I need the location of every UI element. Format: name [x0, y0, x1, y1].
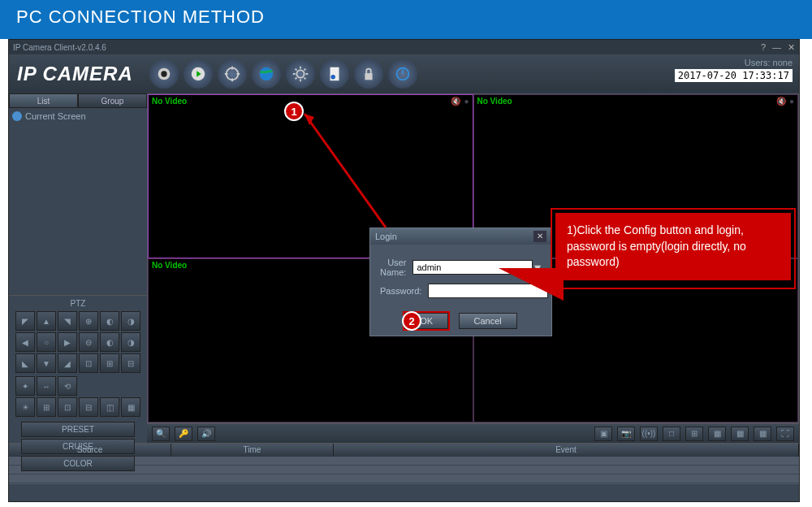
sidebar-tabs: List Group — [9, 93, 147, 108]
aux-8[interactable]: ◫ — [100, 397, 119, 417]
device-tree: Current Screen — [9, 108, 147, 295]
header-status: Users: none 2017-07-20 17:33:17 — [675, 58, 793, 82]
ptz-extra2[interactable]: ⊞ — [100, 353, 119, 373]
window-controls: ? — ✕ — [761, 42, 795, 53]
aux-5[interactable]: ⊞ — [37, 397, 56, 417]
aux-3[interactable]: ⟲ — [58, 376, 77, 396]
ptz-upright[interactable]: ◥ — [58, 311, 77, 331]
ptz-title: PTZ — [12, 299, 144, 308]
globe-icon[interactable] — [252, 59, 281, 89]
ptz-focus-out[interactable]: ◐ — [100, 332, 119, 352]
timeline-header: Source Time Event — [9, 444, 799, 457]
layout-more-button[interactable]: ▦ — [754, 427, 771, 441]
config-icon[interactable] — [286, 59, 315, 89]
svg-rect-8 — [365, 73, 372, 80]
ptz-extra1[interactable]: ⊡ — [79, 353, 98, 373]
ptz-zoom-out[interactable]: ⊖ — [79, 332, 98, 352]
ptz-extra3[interactable]: ⊟ — [121, 353, 140, 373]
minimize-button[interactable]: — — [772, 42, 781, 53]
svg-point-4 — [260, 67, 274, 81]
ptz-focus-in[interactable]: ◐ — [100, 311, 119, 331]
svg-point-1 — [161, 71, 166, 76]
svg-rect-6 — [330, 67, 339, 81]
help-button[interactable]: ? — [761, 42, 766, 53]
window-titlebar: IP Camera Client-v2.0.4.6 ? — ✕ — [9, 40, 799, 54]
username-label: User Name: — [380, 258, 412, 277]
key-button[interactable]: 🔑 — [175, 427, 192, 441]
timestamp: 2017-07-20 17:33:17 — [675, 69, 793, 82]
mute-icon[interactable]: 🔇 — [776, 97, 786, 106]
instruction-callout: 1)Click the Config button and login, pas… — [555, 213, 791, 280]
tree-item-label: Current Screen — [25, 111, 86, 121]
svg-point-5 — [296, 70, 304, 77]
play-icon[interactable] — [184, 59, 213, 89]
ptz-center[interactable]: ○ — [37, 332, 56, 352]
password-label: Password: — [380, 286, 428, 296]
ptz-up[interactable]: ▲ — [37, 311, 56, 331]
no-video-label: No Video — [152, 261, 187, 270]
annotation-badge-2: 2 — [402, 311, 421, 331]
fullscreen-button[interactable]: ⛶ — [776, 427, 794, 441]
aux-6[interactable]: ⊡ — [58, 397, 77, 417]
instruction-banner: PC CONNECTION METHOD — [0, 0, 812, 39]
close-button[interactable]: ✕ — [788, 42, 795, 53]
camera-icon[interactable] — [149, 59, 179, 89]
ptz-dpad: ◤ ▲ ◥ ⊕ ◐ ◑ ◀ ○ ▶ ⊖ ◐ ◑ ◣ ▼ ◢ ⊡ ⊞ — [12, 311, 144, 373]
window-title: IP Camera Client-v2.0.4.6 — [13, 43, 106, 52]
aux-4[interactable]: ☀ — [15, 397, 35, 417]
screen-icon — [12, 111, 22, 121]
ptz-zoom-in[interactable]: ⊕ — [79, 311, 98, 331]
color-button[interactable]: COLOR — [21, 456, 135, 471]
preset-button[interactable]: PRESET — [21, 422, 135, 437]
rec-icon[interactable]: ● — [789, 97, 794, 106]
login-close-button[interactable]: ✕ — [533, 231, 546, 242]
sidebar: List Group Current Screen PTZ ◤ ▲ ◥ ⊕ ◐ … — [9, 93, 147, 443]
banner-title: PC CONNECTION METHOD — [16, 6, 265, 27]
power-icon[interactable] — [388, 59, 417, 89]
tree-item-current[interactable]: Current Screen — [12, 111, 144, 121]
users-label: Users: none — [675, 58, 793, 67]
col-source: Source — [9, 444, 171, 457]
ptz-iris-out[interactable]: ◑ — [121, 332, 140, 352]
toolbar — [149, 59, 417, 89]
record-button[interactable]: 📷 — [617, 427, 635, 441]
layout-1-button[interactable]: □ — [663, 427, 680, 441]
tab-list[interactable]: List — [9, 93, 78, 108]
callout-text: 1)Click the Config button and login, pas… — [567, 223, 746, 268]
mute-icon[interactable]: 🔇 — [451, 97, 460, 106]
layout-4-button[interactable]: ⊞ — [685, 427, 703, 441]
tab-group[interactable]: Group — [78, 93, 147, 108]
ptz-left[interactable]: ◀ — [15, 332, 35, 352]
ptz-iris-in[interactable]: ◑ — [121, 311, 140, 331]
login-title: Login — [375, 232, 397, 241]
cell-controls: 🔇● — [776, 97, 794, 106]
snapshot-button[interactable]: ▣ — [594, 427, 612, 441]
ptz-right[interactable]: ▶ — [58, 332, 77, 352]
rec-icon[interactable]: ● — [464, 97, 469, 106]
video-toolbar: 🔍 🔑 🔊 ▣ 📷 ((•)) □ ⊞ ▦ ▦ ▦ ⛶ — [147, 423, 799, 443]
ptz-downleft[interactable]: ◣ — [15, 353, 35, 373]
document-icon[interactable] — [320, 59, 349, 89]
target-icon[interactable] — [218, 59, 247, 89]
cell-controls: 🔇● — [451, 97, 469, 106]
annotation-badge-1: 1 — [284, 102, 304, 121]
no-video-label: No Video — [477, 97, 512, 106]
col-time: Time — [171, 444, 334, 457]
signal-button[interactable]: ((•)) — [640, 427, 658, 441]
aux-7[interactable]: ⊟ — [79, 397, 98, 417]
search-button[interactable]: 🔍 — [152, 427, 170, 441]
layout-9-button[interactable]: ▦ — [708, 427, 726, 441]
volume-button[interactable]: 🔊 — [197, 427, 215, 441]
svg-point-3 — [226, 68, 238, 80]
ptz-upleft[interactable]: ◤ — [15, 311, 35, 331]
aux-9[interactable]: ▦ — [121, 397, 140, 417]
layout-16-button[interactable]: ▦ — [731, 427, 749, 441]
svg-point-7 — [330, 75, 335, 80]
ptz-down[interactable]: ▼ — [37, 353, 56, 373]
ptz-downright[interactable]: ◢ — [58, 353, 77, 373]
aux-2[interactable]: ↔ — [37, 376, 56, 396]
cancel-button[interactable]: Cancel — [459, 313, 517, 329]
aux-1[interactable]: ✦ — [15, 376, 35, 396]
lock-icon[interactable] — [354, 59, 383, 89]
no-video-label: No Video — [152, 97, 187, 106]
